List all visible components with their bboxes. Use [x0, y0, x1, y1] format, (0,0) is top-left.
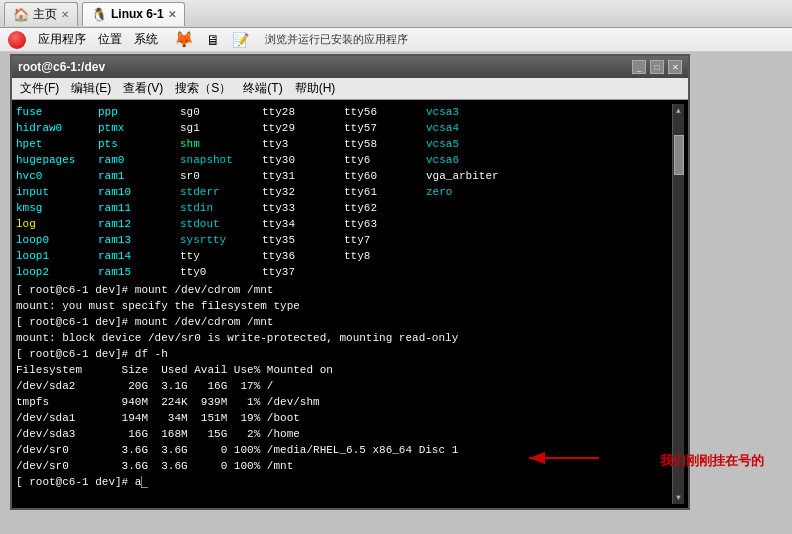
file-tty28: tty28: [262, 104, 342, 120]
file-kmsg: kmsg: [16, 200, 96, 216]
df-header: Filesystem Size Used Avail Use% Mounted …: [16, 362, 668, 378]
file-tty0: tty0: [180, 264, 260, 280]
terminal-title: root@c6-1:/dev: [18, 60, 105, 74]
file-ram13: ram13: [98, 232, 178, 248]
file-col-4: tty28 tty29 tty3 tty30 tty31 tty32 tty33…: [262, 104, 342, 280]
df-tmpfs: tmpfs 940M 224K 939M 1% /dev/shm: [16, 394, 668, 410]
file-stderr: stderr: [180, 184, 260, 200]
file-tty31: tty31: [262, 168, 342, 184]
file-ram14: ram14: [98, 248, 178, 264]
file-shm: shm: [180, 136, 260, 152]
prompt-last[interactable]: [ root@c6-1 dev]# a█: [16, 474, 668, 490]
file-tty57: tty57: [344, 120, 424, 136]
red-ball-icon: [8, 31, 26, 49]
file-snapshot: snapshot: [180, 152, 260, 168]
file-tty36: tty36: [262, 248, 342, 264]
annotation-arrow-svg: [524, 448, 604, 468]
tab-linux-close[interactable]: ✕: [168, 9, 176, 20]
terminal-controls: _ □ ✕: [632, 60, 682, 74]
file-sysrtty: sysrtty: [180, 232, 260, 248]
scroll-up[interactable]: ▲: [676, 106, 681, 115]
file-pts: pts: [98, 136, 178, 152]
file-tty6: tty6: [344, 152, 424, 168]
file-tty37: tty37: [262, 264, 342, 280]
annotation-container: 我们刚刚挂在号的: [660, 452, 764, 470]
home-icon: 🏠: [13, 7, 29, 22]
file-loop1: loop1: [16, 248, 96, 264]
cmd-line-4: mount: block device /dev/sr0 is write-pr…: [16, 330, 668, 346]
file-sr0: sr0: [180, 168, 260, 184]
maximize-button[interactable]: □: [650, 60, 664, 74]
terminal-window: root@c6-1:/dev _ □ ✕ 文件(F) 编辑(E) 查看(V) 搜…: [10, 54, 690, 510]
file-ram11: ram11: [98, 200, 178, 216]
file-tty3: tty3: [262, 136, 342, 152]
file-vga-arbiter: vga_arbiter: [426, 168, 506, 184]
file-ram10: ram10: [98, 184, 178, 200]
menu-file[interactable]: 文件(F): [20, 80, 59, 97]
file-ram15: ram15: [98, 264, 178, 280]
file-sg0: sg0: [180, 104, 260, 120]
file-tty61: tty61: [344, 184, 424, 200]
file-loop2: loop2: [16, 264, 96, 280]
cmd-line-5: [ root@c6-1 dev]# df -h: [16, 346, 668, 362]
file-col-5: tty56 tty57 tty58 tty6 tty60 tty61 tty62…: [344, 104, 424, 280]
file-col-1: fuse hidraw0 hpet hugepages hvc0 input k…: [16, 104, 96, 280]
file-tty29: tty29: [262, 120, 342, 136]
file-tty32: tty32: [262, 184, 342, 200]
edit-icon: 📝: [232, 32, 249, 48]
file-input: input: [16, 184, 96, 200]
file-tty8: tty8: [344, 248, 424, 264]
file-tty30: tty30: [262, 152, 342, 168]
menu-view[interactable]: 查看(V): [123, 80, 163, 97]
file-vcsa3: vcsa3: [426, 104, 506, 120]
menu-help[interactable]: 帮助(H): [295, 80, 336, 97]
file-tty34: tty34: [262, 216, 342, 232]
file-col-3: sg0 sg1 shm snapshot sr0 stderr stdin st…: [180, 104, 260, 280]
terminal-scrollbar[interactable]: ▲ ▼: [672, 104, 684, 504]
file-ram12: ram12: [98, 216, 178, 232]
taskbar: 🏠 主页 ✕ 🐧 Linux 6-1 ✕: [0, 0, 792, 28]
terminal-titlebar: root@c6-1:/dev _ □ ✕: [12, 56, 688, 78]
tab-home[interactable]: 🏠 主页 ✕: [4, 2, 78, 26]
df-sda2: /dev/sda2 20G 3.1G 16G 17% /: [16, 378, 668, 394]
file-vcsa6: vcsa6: [426, 152, 506, 168]
app-menu-item-location[interactable]: 位置: [98, 31, 122, 48]
file-hidraw0: hidraw0: [16, 120, 96, 136]
cmd-line-1: [ root@c6-1 dev]# mount /dev/cdrom /mnt: [16, 282, 668, 298]
file-tty58: tty58: [344, 136, 424, 152]
menu-terminal[interactable]: 终端(T): [243, 80, 282, 97]
file-ram1: ram1: [98, 168, 178, 184]
app-bar-tooltip: 浏览并运行已安装的应用程序: [265, 32, 408, 47]
terminal-menu: 文件(F) 编辑(E) 查看(V) 搜索（S） 终端(T) 帮助(H): [12, 78, 688, 100]
file-col-2: ppp ptmx pts ram0 ram1 ram10 ram11 ram12…: [98, 104, 178, 280]
cmd-line-3: [ root@c6-1 dev]# mount /dev/cdrom /mnt: [16, 314, 668, 330]
file-tty56: tty56: [344, 104, 424, 120]
scroll-thumb[interactable]: [674, 135, 684, 175]
file-ppp: ppp: [98, 104, 178, 120]
terminal-body[interactable]: fuse hidraw0 hpet hugepages hvc0 input k…: [12, 100, 688, 508]
app-menu-item-system[interactable]: 系统: [134, 31, 158, 48]
tab-linux[interactable]: 🐧 Linux 6-1 ✕: [82, 2, 185, 26]
menu-search[interactable]: 搜索（S）: [175, 80, 231, 97]
scroll-down[interactable]: ▼: [676, 493, 681, 502]
file-vcsa5: vcsa5: [426, 136, 506, 152]
file-fuse: fuse: [16, 104, 96, 120]
minimize-button[interactable]: _: [632, 60, 646, 74]
file-tty33: tty33: [262, 200, 342, 216]
file-ram0: ram0: [98, 152, 178, 168]
cmd-line-2: mount: you must specify the filesystem t…: [16, 298, 668, 314]
file-listing: fuse hidraw0 hpet hugepages hvc0 input k…: [16, 104, 668, 280]
close-button[interactable]: ✕: [668, 60, 682, 74]
terminal-main[interactable]: fuse hidraw0 hpet hugepages hvc0 input k…: [16, 104, 668, 504]
df-sda1: /dev/sda1 194M 34M 151M 19% /boot: [16, 410, 668, 426]
network-icon: 🖥: [206, 32, 220, 48]
file-zero: zero: [426, 184, 506, 200]
tab-home-close[interactable]: ✕: [61, 9, 69, 20]
file-stdin: stdin: [180, 200, 260, 216]
df-sda3: /dev/sda3 16G 168M 15G 2% /home: [16, 426, 668, 442]
file-hvc0: hvc0: [16, 168, 96, 184]
file-loop0: loop0: [16, 232, 96, 248]
app-menu-item-apps[interactable]: 应用程序: [38, 31, 86, 48]
menu-edit[interactable]: 编辑(E): [71, 80, 111, 97]
penguin-icon: 🐧: [91, 7, 107, 22]
